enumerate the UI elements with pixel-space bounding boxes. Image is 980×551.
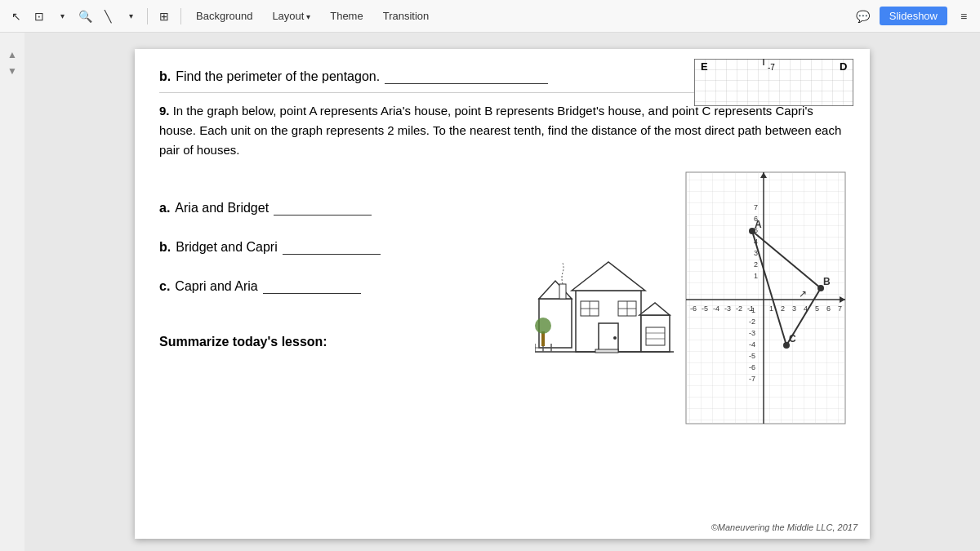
svg-text:-2: -2	[736, 304, 742, 313]
sub-c-text: Capri and Aria	[175, 279, 257, 294]
svg-text:1: 1	[769, 304, 773, 313]
comment-icon[interactable]: 💬	[853, 7, 873, 26]
top-right-icons: 💬 Slideshow ≡	[853, 7, 973, 26]
main-area: ▲ ▼ E	[0, 33, 980, 551]
sub-b-text: Bridget and Capri	[176, 240, 278, 255]
sub-b-label: b.	[159, 240, 171, 255]
svg-marker-8	[539, 281, 572, 299]
svg-text:-6: -6	[749, 363, 755, 371]
copyright-text: ©Maneuvering the Middle LLC, 2017	[711, 522, 858, 532]
svg-marker-11	[572, 262, 645, 291]
svg-text:3: 3	[792, 304, 796, 313]
svg-text:-4: -4	[749, 340, 755, 349]
sub-question-b: b. Bridget and Capri	[159, 240, 519, 255]
ed-graph: E D -7	[694, 59, 853, 106]
q9-body: In the graph below, point A represents A…	[159, 104, 841, 157]
svg-text:A: A	[755, 219, 762, 230]
summarize-section: Summarize today's lesson:	[159, 335, 519, 349]
house-sketch	[535, 217, 674, 364]
house-and-graph: -6 -5 -4 -3 -2 -1 1 2 3 4 5	[535, 176, 845, 421]
q-b-label: b.	[159, 69, 171, 84]
svg-text:1: 1	[754, 272, 758, 280]
nav-arrow-up[interactable]: ▲	[7, 49, 17, 60]
background-button[interactable]: Background	[188, 7, 261, 25]
svg-text:-1: -1	[749, 306, 755, 314]
slide-lower-right: -6 -5 -4 -3 -2 -1 1 2 3 4 5	[535, 168, 845, 421]
svg-rect-26	[595, 349, 618, 353]
sub-b-blank	[283, 240, 381, 255]
sub-a-blank	[274, 201, 372, 216]
search-icon[interactable]: 🔍	[75, 7, 95, 26]
svg-text:7: 7	[754, 203, 758, 211]
sub-questions: a. Aria and Bridget b. Bridget and Capri…	[159, 168, 519, 421]
sub-question-a: a. Aria and Bridget	[159, 201, 519, 216]
separator	[147, 8, 148, 24]
sub-c-label: c.	[159, 279, 170, 294]
svg-marker-21	[639, 303, 670, 315]
svg-text:-7: -7	[749, 375, 755, 383]
svg-text:-5: -5	[749, 352, 755, 360]
svg-text:-7: -7	[768, 63, 775, 72]
svg-text:-5: -5	[702, 304, 708, 313]
svg-text:-2: -2	[749, 318, 755, 326]
theme-button[interactable]: Theme	[322, 7, 371, 25]
layout-button[interactable]: Layout	[264, 7, 318, 25]
svg-text:-3: -3	[724, 304, 731, 313]
svg-text:-6: -6	[690, 304, 697, 313]
q9-label: 9.	[159, 104, 170, 118]
svg-text:E: E	[701, 60, 708, 73]
transition-button[interactable]: Transition	[375, 7, 438, 25]
svg-text:2: 2	[754, 260, 758, 269]
svg-text:7: 7	[838, 304, 842, 313]
summarize-label: Summarize today's lesson:	[159, 335, 327, 349]
question-9-text: 9. In the graph below, point A represent…	[159, 101, 845, 160]
svg-rect-9	[559, 284, 566, 299]
dropdown-icon[interactable]: ▾	[52, 7, 72, 26]
sub-a-text: Aria and Bridget	[175, 201, 269, 216]
frame-icon[interactable]: ⊡	[29, 7, 49, 26]
slide: E D -7 b. Find the perimeter of the pent…	[135, 49, 870, 539]
svg-text:6: 6	[826, 304, 831, 313]
sub-question-c: c. Capri and Aria	[159, 279, 519, 294]
slideshow-button[interactable]: Slideshow	[880, 7, 947, 25]
svg-rect-22	[646, 327, 665, 345]
svg-point-32	[535, 318, 551, 334]
coordinate-graph: -6 -5 -4 -3 -2 -1 1 2 3 4 5	[678, 168, 849, 421]
insert-icon[interactable]: ⊞	[154, 7, 174, 26]
toolbar: ↖ ⊡ ▾ 🔍 ╲ ▾ ⊞ Background Layout Theme Tr…	[0, 0, 980, 33]
q-b-text: Find the perimeter of the pentagon.	[176, 69, 380, 84]
sub-a-label: a.	[159, 201, 170, 216]
svg-text:-4: -4	[713, 304, 719, 313]
svg-text:D: D	[840, 60, 847, 73]
svg-text:5: 5	[815, 304, 819, 313]
q-b-answer-blank	[385, 69, 548, 84]
svg-text:↗: ↗	[799, 288, 807, 300]
svg-text:-3: -3	[749, 329, 755, 337]
slide-area: E D -7 b. Find the perimeter of the pent…	[24, 33, 980, 551]
cursor-icon[interactable]: ↖	[7, 7, 26, 26]
svg-text:2: 2	[781, 304, 785, 313]
slide-lower: a. Aria and Bridget b. Bridget and Capri…	[159, 168, 845, 421]
line-icon[interactable]: ╲	[98, 7, 118, 26]
sub-c-blank	[263, 279, 361, 294]
nav-arrow-down[interactable]: ▼	[7, 65, 17, 77]
svg-text:B: B	[823, 276, 831, 287]
svg-rect-34	[686, 172, 845, 424]
slide-nav: ▲ ▼	[0, 33, 24, 551]
dropdown2-icon[interactable]: ▾	[121, 7, 140, 26]
svg-point-13	[613, 336, 617, 340]
separator2	[180, 8, 181, 24]
menu-icon[interactable]: ≡	[954, 7, 973, 26]
